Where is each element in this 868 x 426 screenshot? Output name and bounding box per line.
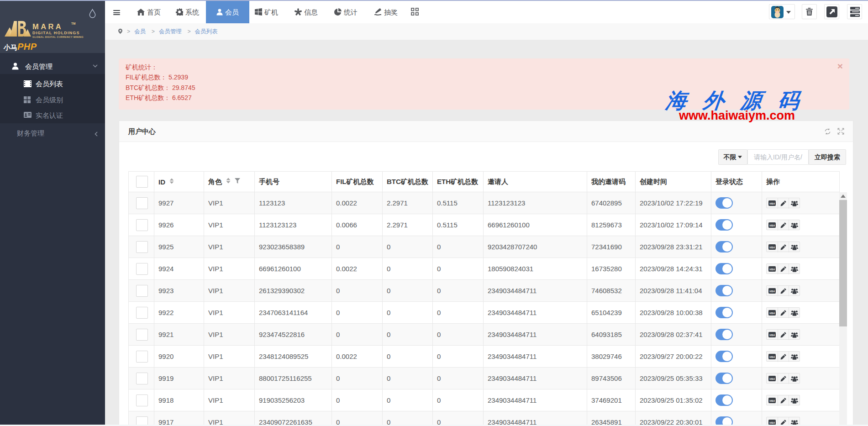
svg-text:VISA: VISA <box>769 246 775 249</box>
svg-text:VISA: VISA <box>769 202 775 205</box>
svg-text:DIGITAL HOLDINGS: DIGITAL HOLDINGS <box>32 31 80 35</box>
svg-text:VISA: VISA <box>769 334 775 337</box>
svg-text:VISA: VISA <box>769 224 775 227</box>
svg-text:VISA: VISA <box>769 356 775 358</box>
svg-text:VISA: VISA <box>769 290 775 293</box>
svg-text:MARA: MARA <box>32 22 63 31</box>
svg-text:VISA: VISA <box>769 312 775 315</box>
svg-text:VISA: VISA <box>769 268 775 271</box>
svg-text:VISA: VISA <box>769 421 775 424</box>
svg-text:TM: TM <box>71 22 75 25</box>
svg-text:GLOBAL DIGITAL CURRENCY MINING: GLOBAL DIGITAL CURRENCY MINING <box>32 36 84 38</box>
svg-text:VISA: VISA <box>769 378 775 380</box>
svg-text:VISA: VISA <box>769 400 775 402</box>
